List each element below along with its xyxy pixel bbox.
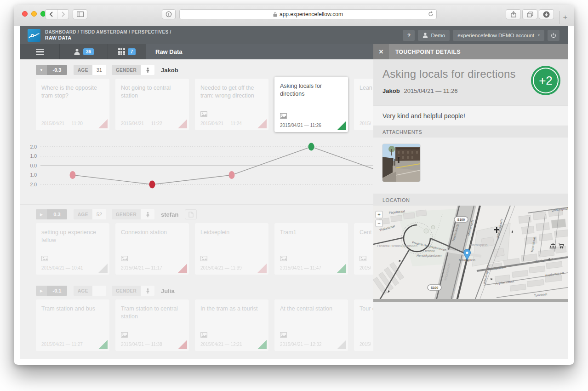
account-dropdown[interactable]: experiencefellow DEMO account ▾ bbox=[453, 30, 544, 41]
experiencefellow-logo[interactable] bbox=[28, 29, 40, 42]
breadcrumb-path[interactable]: DASHBOARD / TISDD AMSTERDAM / PERSPECTIV… bbox=[45, 29, 171, 35]
reload-icon bbox=[428, 11, 434, 17]
tabs-overview-button[interactable] bbox=[522, 9, 537, 19]
touchpoint-card[interactable]: Tram1 2015/04/21 — 11:47 bbox=[274, 223, 348, 275]
card-timestamp: 2015/04/21 — 11:38 bbox=[121, 342, 184, 347]
touchpoint-card[interactable]: Leidseplein 2015/04/21 — 11:39 bbox=[195, 223, 268, 275]
touchpoint-card[interactable]: In the tram as a tourist 2015/04/21 — 12… bbox=[195, 299, 268, 351]
svg-text:+: + bbox=[377, 212, 380, 217]
gender-label: GENDER bbox=[112, 65, 141, 75]
map-zoom-out-button[interactable]: − bbox=[376, 220, 382, 227]
svg-text:−: − bbox=[377, 220, 380, 226]
attachment-photo-thumbnail[interactable] bbox=[382, 144, 420, 182]
location-section-header: LOCATION bbox=[373, 194, 568, 206]
image-attachment-icon bbox=[200, 255, 207, 263]
expand-score-button[interactable]: ▶ -0.1 bbox=[36, 286, 67, 296]
collapse-score-button[interactable]: ▼ -0.3 bbox=[36, 65, 67, 75]
chevron-right-icon: ▶ bbox=[36, 209, 47, 219]
experiencefellow-app: DASHBOARD / TISDD AMSTERDAM / PERSPECTIV… bbox=[20, 26, 568, 359]
address-bar[interactable]: app.experiencefellow.com bbox=[179, 9, 437, 19]
street-photo bbox=[382, 144, 420, 182]
person-name[interactable]: stefan bbox=[161, 211, 178, 218]
touchpoint-card[interactable]: At the central station 2015/04/21 — 12:3… bbox=[274, 299, 348, 351]
card-title: In the tram as a tourist bbox=[200, 305, 263, 313]
male-person-icon bbox=[141, 286, 154, 296]
avg-score: 0.3 bbox=[47, 209, 67, 219]
svg-text:0.0: 0.0 bbox=[30, 163, 37, 168]
people-filter-button[interactable]: 36 bbox=[60, 44, 108, 59]
forward-button[interactable] bbox=[57, 10, 69, 19]
tab-raw-data[interactable]: Raw Data bbox=[146, 44, 373, 59]
svg-text:Frederik Hendrikplantsoen: Frederik Hendrikplantsoen bbox=[377, 244, 417, 248]
card-timestamp: 2015/04/21 — 11:39 bbox=[200, 265, 264, 270]
map-zoom-in-button[interactable]: + bbox=[376, 211, 382, 218]
svg-text:1.0: 1.0 bbox=[30, 153, 37, 159]
age-value: 31 bbox=[92, 65, 106, 75]
person-name[interactable]: Julia bbox=[161, 288, 175, 294]
touchpoints-filter-button[interactable]: 7 bbox=[108, 44, 146, 59]
touchpoint-card[interactable]: Not going to central station 2015/04/21 … bbox=[115, 79, 189, 130]
touchpoint-card[interactable]: Tour cana 2015/ bbox=[354, 299, 373, 351]
minimize-window-button[interactable] bbox=[31, 11, 37, 17]
sidebar-button[interactable] bbox=[73, 9, 87, 19]
touchpoint-card[interactable]: Needed to get off the tram: wrong direct… bbox=[195, 79, 268, 130]
chevron-right-icon: ▶ bbox=[36, 286, 47, 296]
demo-user-button[interactable]: Demo bbox=[418, 30, 450, 41]
touchpoint-card[interactable]: Where is the opposite tram stop? 2015/04… bbox=[36, 79, 109, 130]
touchpoint-author: Jakob bbox=[382, 87, 400, 94]
demo-label: Demo bbox=[431, 33, 445, 38]
back-button[interactable] bbox=[46, 10, 57, 19]
card-title: Tour cana bbox=[360, 305, 373, 313]
svg-text:Frederik: Frederik bbox=[423, 249, 435, 253]
help-button[interactable]: ? bbox=[403, 30, 415, 41]
hamburger-icon bbox=[36, 49, 44, 55]
touchpoint-card[interactable]: Cent 2015/ bbox=[354, 223, 373, 275]
close-panel-button[interactable]: ✕ bbox=[373, 44, 389, 59]
sidebar-icon bbox=[77, 12, 84, 17]
document-button[interactable] bbox=[185, 209, 197, 219]
image-attachment-icon bbox=[280, 255, 287, 263]
touchpoints-count-badge: 7 bbox=[128, 48, 136, 55]
touchpoint-card[interactable]: Lean com 2015/ bbox=[354, 79, 373, 130]
location-map[interactable]: S100 S100 Fagelstraat Thalastraat Freder… bbox=[373, 206, 568, 302]
new-tab-button[interactable]: + bbox=[559, 11, 571, 24]
emotion-point bbox=[229, 171, 235, 179]
card-title: Tram station and bus bbox=[41, 305, 104, 313]
touchpoint-card-selected[interactable]: Asking locals for directions 2015/04/21 … bbox=[274, 77, 348, 132]
extension-button[interactable] bbox=[162, 9, 176, 19]
url-text: app.experiencefellow.com bbox=[280, 11, 343, 17]
browser-window: app.experiencefellow.com + DASH bbox=[14, 5, 574, 365]
reload-button[interactable] bbox=[428, 11, 434, 18]
person-name[interactable]: Jakob bbox=[161, 67, 178, 74]
logout-button[interactable] bbox=[548, 30, 559, 41]
share-button[interactable] bbox=[506, 9, 521, 19]
gender-label: GENDER bbox=[112, 209, 141, 219]
emotion-point bbox=[308, 143, 314, 151]
expand-score-button[interactable]: ▶ 0.3 bbox=[36, 209, 67, 219]
avg-score: -0.1 bbox=[47, 286, 67, 296]
image-attachment-icon bbox=[280, 331, 287, 339]
card-timestamp: 2015/04/21 — 11:17 bbox=[121, 265, 184, 270]
avg-score: -0.3 bbox=[47, 65, 67, 75]
touchpoint-card[interactable]: Connexion station 2015/04/21 — 11:17 bbox=[115, 223, 189, 275]
male-person-icon bbox=[141, 65, 154, 75]
touchpoint-card[interactable]: Tram station and bus 2015/04/21 — 11:27 bbox=[36, 299, 109, 351]
main-menu-button[interactable] bbox=[20, 44, 60, 59]
card-title: Where is the opposite tram stop? bbox=[41, 84, 104, 100]
card-row-stefan: setting up experience fellow 2015/04/21 … bbox=[20, 223, 373, 275]
touchpoint-card[interactable]: setting up experience fellow 2015/04/21 … bbox=[36, 223, 109, 275]
svg-text:S100: S100 bbox=[457, 218, 465, 221]
nav-buttons bbox=[45, 9, 69, 19]
svg-text:Hendrikplantsoen: Hendrikplantsoen bbox=[417, 254, 442, 258]
card-timestamp: 2015/04/21 — 11:24 bbox=[200, 121, 264, 126]
downloads-button[interactable] bbox=[539, 9, 554, 19]
breadcrumb[interactable]: DASHBOARD / TISDD AMSTERDAM / PERSPECTIV… bbox=[45, 29, 171, 41]
touchpoint-card[interactable]: Tram station to central station 2015/04/… bbox=[115, 299, 189, 351]
emotion-point bbox=[149, 181, 155, 189]
person-row-header-stefan: ▶ 0.3 AGE 52 GENDER bbox=[36, 209, 373, 219]
card-title: Lean com bbox=[360, 84, 373, 92]
close-window-button[interactable] bbox=[22, 11, 28, 17]
extension-circle-icon bbox=[166, 11, 172, 17]
card-title: Not going to central station bbox=[121, 84, 183, 100]
person-row-header-julia: ▶ -0.1 AGE GENDER J bbox=[36, 286, 373, 296]
